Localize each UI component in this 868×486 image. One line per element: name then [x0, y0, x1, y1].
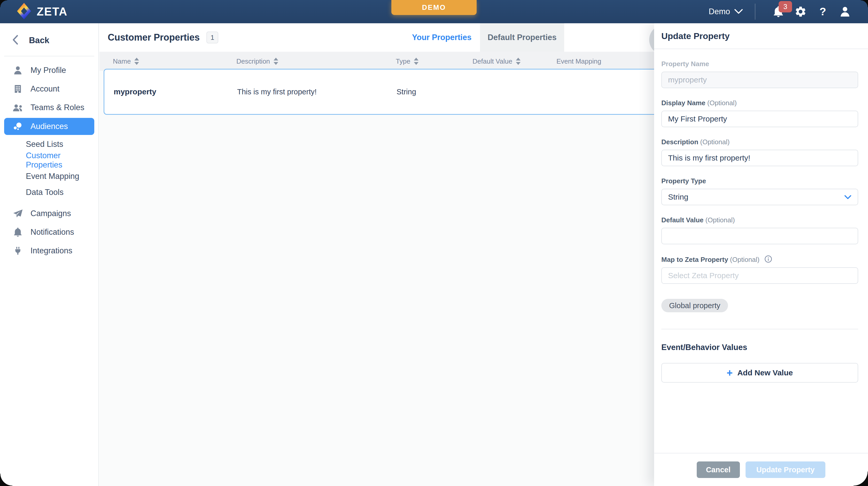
sidebar-subitem-data-tools[interactable]: Data Tools: [0, 185, 98, 199]
sidebar-item-campaigns[interactable]: Campaigns: [0, 205, 98, 222]
sidebar-item-notifications[interactable]: Notifications: [0, 224, 98, 240]
sidebar-item-my-profile[interactable]: My Profile: [0, 62, 98, 79]
sidebar-item-account[interactable]: Account: [0, 81, 98, 97]
notifications-button[interactable]: 3: [767, 5, 789, 18]
demo-environment-ribbon: DEMO: [392, 0, 476, 15]
settings-button[interactable]: [789, 5, 812, 18]
chevron-down-icon: [844, 193, 851, 201]
tab-default-properties[interactable]: Default Properties: [480, 23, 564, 52]
tab-your-properties[interactable]: Your Properties: [404, 23, 480, 52]
sidebar-item-label: Integrations: [30, 246, 72, 255]
sort-icon: [134, 58, 139, 65]
navbar-divider: [755, 4, 755, 20]
panel-footer: Cancel Update Property: [654, 453, 868, 486]
sort-icon: [414, 58, 418, 65]
display-name-input[interactable]: [661, 111, 858, 127]
page-title: Customer Properties: [108, 32, 200, 43]
sidebar-subitem-seed-lists[interactable]: Seed Lists: [0, 138, 98, 151]
plug-icon: [12, 246, 24, 256]
map-to-zeta-field: Map to Zeta Property (Optional): [661, 255, 858, 284]
property-type-select[interactable]: String: [661, 189, 858, 205]
property-count-badge: 1: [207, 32, 218, 44]
user-icon: [12, 65, 24, 76]
user-menu-button[interactable]: [834, 5, 856, 18]
chevron-left-icon: [12, 35, 19, 46]
optional-hint: (Optional): [730, 256, 760, 263]
sidebar-item-integrations[interactable]: Integrations: [0, 242, 98, 259]
bell-icon: [12, 227, 24, 237]
panel-title: Update Property: [661, 31, 730, 41]
sidebar-subitem-customer-properties[interactable]: Customer Properties: [0, 153, 98, 167]
column-header-name[interactable]: Name: [113, 52, 139, 71]
sidebar-item-label: Customer Properties: [26, 151, 98, 170]
update-property-panel: Update Property Property Name Display Na…: [654, 23, 868, 486]
account-switcher-label: Demo: [709, 7, 730, 16]
help-icon: ?: [819, 6, 826, 17]
default-value-label: Default Value: [661, 216, 704, 224]
property-name-field: Property Name: [661, 60, 858, 88]
panel-divider: [661, 329, 858, 330]
column-header-default-value[interactable]: Default Value: [472, 52, 521, 71]
column-header-description[interactable]: Description: [237, 52, 278, 71]
paper-plane-icon: [12, 208, 24, 219]
property-name-label: Property Name: [661, 60, 858, 68]
plus-icon: +: [727, 368, 733, 378]
account-switcher[interactable]: Demo: [709, 7, 743, 16]
default-value-field: Default Value (Optional): [661, 216, 858, 244]
update-property-button[interactable]: Update Property: [746, 461, 826, 478]
sidebar-item-audiences[interactable]: Audiences: [4, 118, 94, 135]
audiences-icon: [12, 121, 24, 132]
sort-icon: [274, 58, 278, 65]
column-header-type[interactable]: Type: [396, 52, 418, 71]
sort-icon: [516, 58, 521, 65]
column-header-event-mapping[interactable]: Event Mapping: [556, 52, 601, 71]
row-cell-type: String: [397, 69, 416, 114]
event-behavior-values-title: Event/Behavior Values: [661, 343, 858, 352]
description-field: Description (Optional): [661, 138, 858, 166]
users-icon: [12, 103, 24, 113]
back-button[interactable]: Back: [0, 32, 98, 49]
zeta-diamond-icon: [17, 3, 32, 21]
sidebar-item-label: Notifications: [30, 228, 74, 237]
display-name-label: Display Name: [661, 99, 706, 107]
optional-hint: (Optional): [700, 138, 730, 146]
optional-hint: (Optional): [707, 99, 737, 107]
sidebar-item-label: Event Mapping: [26, 172, 79, 181]
cancel-button[interactable]: Cancel: [697, 461, 740, 478]
sidebar-item-label: Account: [30, 84, 59, 93]
sidebar-item-label: Data Tools: [26, 188, 64, 197]
sidebar-divider: [4, 56, 94, 56]
sidebar-subitem-event-mapping[interactable]: Event Mapping: [0, 170, 98, 183]
chevron-down-icon: [734, 7, 743, 16]
gear-icon: [795, 5, 807, 18]
info-icon[interactable]: [765, 255, 772, 263]
map-to-zeta-input[interactable]: [661, 267, 858, 284]
display-name-field: Display Name (Optional): [661, 99, 858, 127]
sidebar-item-label: Seed Lists: [26, 140, 63, 149]
property-type-label: Property Type: [661, 177, 858, 185]
property-type-value: String: [668, 193, 688, 201]
add-new-value-button[interactable]: + Add New Value: [661, 363, 858, 382]
main-navbar: ZETA DEMO Demo 3 ?: [0, 0, 868, 23]
sidebar-item-label: My Profile: [30, 66, 66, 75]
settings-sidebar: Back My Profile Account Teams & Roles Au…: [0, 23, 99, 486]
brand-wordmark: ZETA: [37, 5, 68, 18]
default-value-input[interactable]: [661, 228, 858, 244]
optional-hint: (Optional): [706, 216, 735, 224]
zeta-logo[interactable]: ZETA: [0, 3, 68, 21]
row-cell-name: myproperty: [114, 69, 156, 114]
sidebar-item-label: Campaigns: [30, 209, 71, 218]
building-icon: [12, 84, 24, 94]
help-button[interactable]: ?: [812, 6, 834, 17]
property-type-field: Property Type String: [661, 177, 858, 205]
sidebar-item-label: Audiences: [30, 122, 68, 131]
map-to-zeta-label: Map to Zeta Property: [661, 256, 728, 263]
user-icon: [839, 5, 851, 18]
properties-tabs: Your Properties Default Properties: [404, 23, 564, 52]
sidebar-item-teams-roles[interactable]: Teams & Roles: [0, 99, 98, 116]
global-property-tag: Global property: [661, 299, 728, 312]
back-label: Back: [29, 35, 49, 45]
description-label: Description: [661, 138, 698, 146]
property-name-input: [661, 72, 858, 88]
description-input[interactable]: [661, 150, 858, 166]
